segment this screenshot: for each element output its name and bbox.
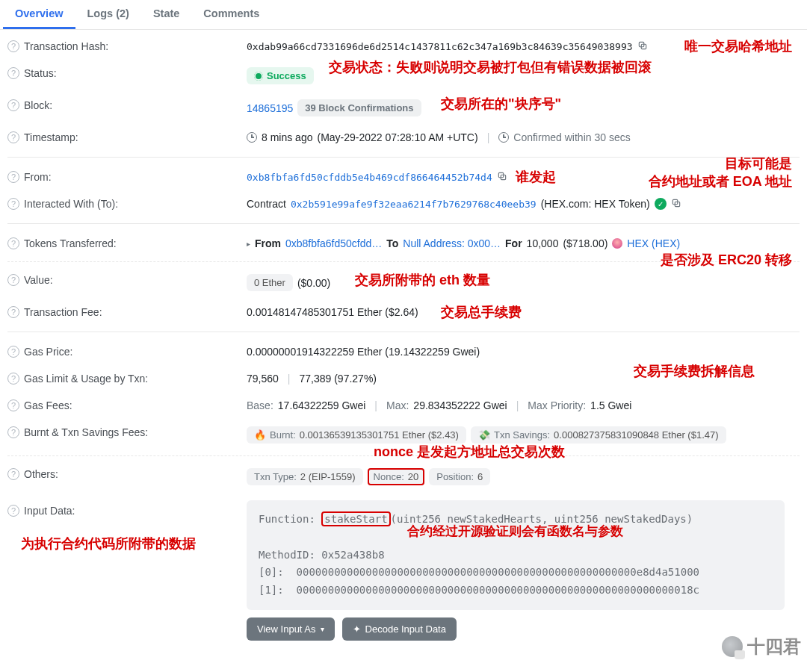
view-input-as-button[interactable]: View Input As▾ [247,617,335,641]
fire-icon: 🔥 [254,429,266,441]
copy-icon[interactable] [637,40,649,52]
row-tokens: ?Tokens Transferred: ▸ From 0xb8fbfa6fd5… [7,230,800,257]
help-icon[interactable]: ? [7,373,19,385]
gl-used: 77,389 (97.27%) [299,373,377,385]
annot-status: 交易状态：失败则说明交易被打包但有错误数据被回滚 [329,58,652,76]
help-icon[interactable]: ? [7,131,19,143]
value-chip: 0 Ether [247,274,293,291]
row-inputdata: ?Input Data: Function: stakeStart(uint25… [7,493,800,648]
tab-comments[interactable]: Comments [191,0,271,29]
row-status: ?Status: Success 交易状态：失败则说明交易被打包但有错误数据被回… [7,60,800,92]
nonce-chip: Nonce: 20 [368,468,425,485]
gf-base: 17.64322259 Gwei [278,399,366,411]
annot-hash: 唯一交易哈希地址 [684,37,792,55]
help-icon[interactable]: ? [7,346,19,358]
row-to: ?Interacted With (To): Contract 0x2b591e… [7,190,800,217]
annot-block: 交易所在的"块序号" [441,95,561,113]
tab-overview[interactable]: Overview [3,0,75,29]
gf-maxp-lbl: Max Priority: [528,399,586,411]
input-data-code: Function: stakeStart(uint256 newStakedHe… [247,500,785,610]
watermark: 十四君 [722,635,801,659]
help-icon[interactable]: ? [7,426,19,438]
row-hash: ?Transaction Hash: 0xdab99a66cd7331696de… [7,33,800,60]
to-suffix: (HEX.com: HEX Token) [541,198,650,210]
annot-to2: 合约地址或者 EOA 地址 [649,172,792,190]
savings-chip: 💸 Txn Savings: 0.000827375831090848 Ethe… [471,426,726,444]
row-from: ?From: 0xb8fbfa6fd50cfddb5e4b469cdf86646… [7,164,800,190]
help-icon[interactable]: ? [7,505,19,517]
help-icon[interactable]: ? [7,171,19,183]
tk-symbol[interactable]: HEX (HEX) [627,237,680,249]
label: Block: [24,99,52,111]
block-number[interactable]: 14865195 [247,102,293,114]
tk-usd: ($718.00) [563,237,607,249]
copy-icon[interactable] [671,198,683,210]
annot-func: 合约经过开源验证则会有函数名与参数 [407,521,623,543]
help-icon[interactable]: ? [7,237,19,249]
help-icon[interactable]: ? [7,399,19,411]
fee-value: 0.00148147485301751 Ether ($2.64) [247,306,418,318]
row-block: ?Block: 14865195 39 Block Confirmations … [7,92,800,124]
label: Input Data: [24,505,75,517]
status-badge: Success [247,67,314,84]
label: Others: [24,468,58,480]
label: Gas Price: [24,346,72,358]
label: From: [24,171,52,183]
gf-base-lbl: Base: [247,399,273,411]
gf-max: 29.834352222 Gwei [413,399,507,411]
help-icon[interactable]: ? [7,274,19,286]
to-prefix: Contract [247,198,286,210]
ts-conf: Confirmed within 30 secs [513,131,630,143]
tab-state[interactable]: State [141,0,191,29]
tabs: Overview Logs (2) State Comments [0,0,807,30]
tab-logs[interactable]: Logs (2) [75,0,141,29]
copy-icon[interactable] [497,171,509,183]
help-icon[interactable]: ? [7,99,19,111]
help-icon[interactable]: ? [7,67,19,79]
label: Status: [24,67,57,79]
tk-to-addr[interactable]: Null Address: 0x00… [403,237,501,249]
label: Tokens Transferred: [24,237,117,249]
row-gaslimit: ?Gas Limit & Usage by Txn: 79,560 | 77,3… [7,365,800,392]
help-icon[interactable]: ? [7,198,19,210]
from-addr[interactable]: 0xb8fbfa6fd50cfddb5e4b469cdf866464452b74… [247,172,492,183]
fn-name: stakeStart [321,511,390,526]
row-gasprice: ?Gas Price: 0.00000001914322259 Ether (1… [7,338,800,365]
ts-full: (May-29-2022 07:28:10 AM +UTC) [317,131,477,143]
gasprice-value: 0.00000001914322259 Ether (19.14322259 G… [247,346,480,358]
burnt-chip: 🔥 Burnt: 0.00136539135301751 Ether ($2.4… [247,426,466,444]
annot-to1: 目标可能是 [725,155,792,172]
tk-to-lbl: To [386,237,398,249]
row-fee: ?Transaction Fee: 0.00148147485301751 Et… [7,299,800,326]
tk-from-lbl: From [255,237,281,249]
tk-amount: 10,000 [527,237,559,249]
label: Transaction Hash: [24,40,108,52]
gf-maxp: 1.5 Gwei [590,399,631,411]
label: Value: [24,274,53,286]
annot-nonce: nonce 是发起方地址总交易次数 [374,443,565,461]
tk-from-addr[interactable]: 0xb8fbfa6fd50cfdd… [285,237,382,249]
row-value: ?Value: 0 Ether ($0.00) 交易所附带的 eth 数量 [7,267,800,299]
label: Burnt & Txn Savings Fees: [24,426,148,438]
caret-icon[interactable]: ▸ [247,240,250,248]
clock-icon [498,132,509,143]
annot-input: 为执行合约代码所附带的数据 [21,535,196,553]
value-usd: ($0.00) [297,277,330,289]
help-icon[interactable]: ? [7,306,19,318]
label: Interacted With (To): [24,198,118,210]
verified-icon: ✓ [655,198,667,210]
hash-value: 0xdab99a66cd7331696de6d2514c1437811c62c3… [247,41,633,52]
label: Timestamp: [24,131,78,143]
clock-icon [247,132,257,143]
annot-gas: 交易手续费拆解信息 [634,362,755,380]
help-icon[interactable]: ? [7,40,19,52]
gf-max-lbl: Max: [386,399,409,411]
to-addr[interactable]: 0x2b591e99afe9f32eaa6214f7b7629768c40eeb… [291,199,537,210]
help-icon[interactable]: ? [7,468,19,480]
wechat-icon [722,636,743,657]
label: Gas Fees: [24,399,72,411]
annot-value: 交易所附带的 eth 数量 [355,271,490,289]
annot-fee: 交易总手续费 [441,303,522,321]
decode-input-button[interactable]: ✦Decode Input Data [342,617,457,641]
row-timestamp: ?Timestamp: 8 mins ago (May-29-2022 07:2… [7,124,800,151]
